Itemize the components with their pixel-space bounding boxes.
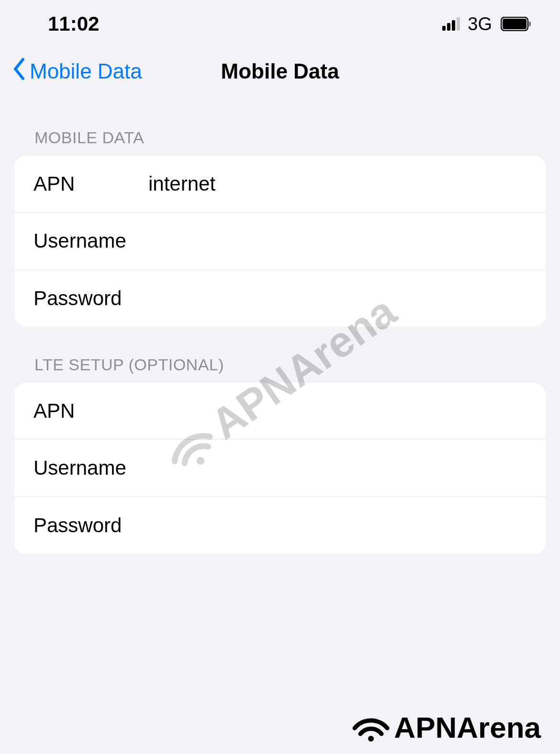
input-lte-password[interactable] (148, 514, 526, 537)
chevron-left-icon (12, 57, 26, 85)
label-password: Password (34, 287, 148, 310)
settings-group-lte: APN Username Password (14, 383, 546, 554)
row-lte-password[interactable]: Password (14, 497, 546, 554)
back-label: Mobile Data (30, 59, 142, 83)
label-lte-apn: APN (34, 400, 148, 423)
label-lte-username: Username (34, 457, 148, 480)
row-lte-username[interactable]: Username (14, 440, 546, 497)
section-header-mobile-data: MOBILE DATA (14, 104, 546, 156)
svg-rect-1 (503, 19, 526, 29)
svg-rect-2 (529, 22, 531, 26)
label-apn: APN (34, 172, 148, 195)
input-apn[interactable] (148, 172, 526, 195)
watermark-bottom-text: APNArena (394, 710, 541, 744)
status-indicators: 3G (442, 14, 531, 34)
row-password[interactable]: Password (14, 270, 546, 327)
network-type: 3G (468, 14, 492, 34)
watermark-bottom: APNArena (352, 710, 541, 744)
battery-icon (501, 17, 531, 31)
page-title: Mobile Data (221, 59, 339, 83)
row-username[interactable]: Username (14, 213, 546, 270)
nav-bar: Mobile Data Mobile Data (0, 43, 560, 104)
content: MOBILE DATA APN Username Password LTE SE… (0, 104, 560, 554)
input-lte-apn[interactable] (148, 400, 526, 423)
label-username: Username (34, 229, 148, 252)
label-lte-password: Password (34, 514, 148, 537)
signal-icon (442, 17, 460, 31)
row-lte-apn[interactable]: APN (14, 383, 546, 440)
status-bar: 11:02 3G (0, 0, 560, 43)
back-button[interactable]: Mobile Data (10, 57, 142, 85)
wifi-icon (352, 713, 390, 743)
settings-group-mobile-data: APN Username Password (14, 156, 546, 327)
input-username[interactable] (148, 229, 526, 252)
svg-point-4 (368, 736, 374, 742)
input-lte-username[interactable] (148, 457, 526, 480)
status-time: 11:02 (48, 12, 99, 35)
section-header-lte: LTE SETUP (OPTIONAL) (14, 327, 546, 383)
input-password[interactable] (148, 287, 526, 310)
row-apn[interactable]: APN (14, 156, 546, 213)
